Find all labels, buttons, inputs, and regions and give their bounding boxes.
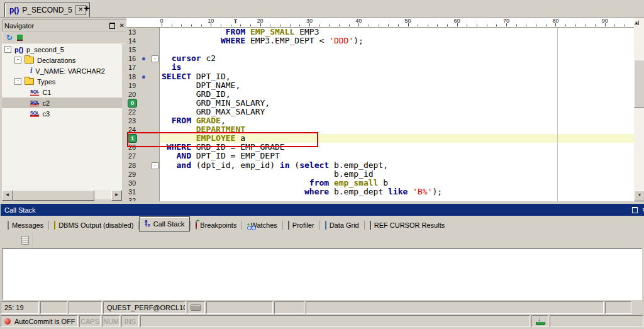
tree-item-c2[interactable]: SQLc2	[2, 98, 122, 108]
editor-gutter[interactable]: 13141516-1718192002223241262728-29303132	[126, 28, 160, 201]
tree-item-types[interactable]: -Types	[2, 76, 122, 87]
scroll-down-icon[interactable]: ▼	[634, 191, 644, 201]
status-cell	[550, 315, 643, 327]
code-text: b.emp_id	[162, 169, 374, 179]
watch-marker-icon[interactable]: 0	[128, 99, 137, 108]
navigator-horizontal-scrollbar[interactable]: ◀ ▶	[2, 190, 122, 199]
ruler-number: 30	[306, 18, 313, 24]
scroll-up-icon[interactable]: ▲	[634, 20, 639, 25]
scrollbar-thumb[interactable]	[13, 190, 94, 201]
navigator-title: Navigator	[4, 22, 109, 30]
gutter-row[interactable]: 13	[126, 28, 159, 36]
gutter-row[interactable]: 28-	[126, 161, 159, 170]
navigator-header: Navigator ✕	[2, 20, 127, 31]
code-line-13[interactable]: FROM EMP_SMALL EMP3	[160, 28, 634, 36]
folder-icon	[25, 57, 34, 64]
code-line-19[interactable]: DPT_NAME,	[160, 81, 634, 90]
tree-item-c3[interactable]: SQLc3	[2, 108, 122, 119]
code-line-29[interactable]: b.emp_id	[160, 170, 634, 179]
fold-collapse-icon[interactable]: -	[152, 162, 158, 169]
gutter-row[interactable]: 32	[126, 196, 159, 201]
close-icon[interactable]: ✕	[642, 207, 644, 213]
refresh-icon[interactable]: ↻	[6, 34, 13, 42]
code-line-23[interactable]: FROM GRADE,	[160, 116, 634, 125]
gutter-row[interactable]: 31	[126, 187, 159, 196]
gutter-row[interactable]: 14	[126, 36, 159, 45]
code-line-31[interactable]: where b.emp_dept like 'B%');	[160, 187, 634, 196]
pin-icon[interactable]	[109, 23, 115, 29]
gutter-row[interactable]: 15	[126, 45, 159, 54]
code-line-18[interactable]: SELECT DPT_ID,	[160, 72, 634, 81]
gutter-row[interactable]: 23	[126, 116, 159, 125]
tree-item-p-second-5[interactable]: -p()p_second_5	[2, 44, 122, 55]
line-number: 31	[128, 188, 136, 196]
gutter-row[interactable]: 18	[126, 72, 159, 81]
tab-call-stack[interactable]: 0toCall Stack	[139, 216, 190, 231]
callstack-panel: Call Stack ✕ MessagesDBMS Output (disabl…	[0, 201, 644, 301]
code-text	[329, 178, 334, 187]
gutter-row[interactable]: 19	[126, 81, 159, 90]
tab-ref-cursor-results[interactable]: REF CURSOR Results	[365, 219, 450, 231]
collapse-icon[interactable]: -	[14, 78, 21, 85]
ruler-tick	[526, 25, 526, 26]
line-number: 29	[128, 170, 136, 178]
tree-item-label: Types	[37, 78, 55, 86]
status-bar-bottom: AutoCommit is OFF CAPS NUM INS ↓	[1, 315, 643, 327]
scroll-right-icon[interactable]: ▶	[111, 190, 122, 201]
receive-cell[interactable]: ↓	[531, 315, 548, 327]
gutter-row[interactable]: 17	[126, 63, 159, 72]
callstack-content[interactable]	[2, 248, 642, 300]
code-line-20[interactable]: GRD_ID,	[160, 90, 634, 99]
collapse-icon[interactable]: -	[14, 57, 21, 64]
gutter-row[interactable]: 16-	[126, 54, 159, 63]
scrollbar-thumb[interactable]	[634, 60, 644, 108]
line-number: 19	[128, 82, 136, 89]
code-text	[162, 160, 176, 170]
tree-item-declarations[interactable]: -Declarations	[2, 55, 122, 65]
line-number: 13	[128, 28, 136, 36]
tab-p-second-5[interactable]: p() P_SECOND_5 ✕	[4, 2, 90, 17]
close-icon[interactable]: ✕	[119, 23, 125, 29]
ruler-tick	[536, 25, 536, 26]
gutter-row[interactable]: 27	[126, 152, 159, 160]
gutter-row[interactable]: 29	[126, 170, 159, 179]
tree-item-v-name-varchar2[interactable]: iV_NAME: VARCHAR2	[2, 65, 122, 76]
code-line-30[interactable]: from emp_small b	[160, 179, 634, 187]
code-line-16[interactable]: cursor c2	[160, 54, 634, 63]
caps-flag: CAPS	[79, 315, 101, 327]
editor-vertical-scrollbar[interactable]: ▲ ▼	[634, 18, 644, 201]
fold-collapse-icon[interactable]: -	[152, 55, 158, 62]
tab-profiler[interactable]: Profiler	[283, 219, 319, 231]
gutter-row[interactable]: 0	[126, 99, 159, 108]
code-line-32[interactable]	[160, 196, 634, 201]
ruler-tick	[565, 25, 566, 26]
tab-data-grid[interactable]: Data Grid	[320, 219, 364, 231]
code-editor[interactable]: 0102030405060708090T 13141516-1718192002…	[126, 18, 634, 201]
code-line-27[interactable]: AND DPT_ID = EMP_DEPT	[160, 152, 634, 160]
code-line-17[interactable]: is	[160, 63, 634, 72]
code-line-21[interactable]: GRD_MIN_SALARY,	[160, 99, 634, 108]
code-line-14[interactable]: WHERE EMP3.EMP_DEPT < 'DDD');	[160, 36, 634, 45]
collapse-icon[interactable]: -	[4, 46, 11, 53]
autocommit-off-icon	[4, 318, 11, 325]
code-line-22[interactable]: GRD_MAX_SALARY	[160, 108, 634, 116]
tree-item-c1[interactable]: SQLC1	[2, 87, 122, 98]
gutter-row[interactable]: 30	[126, 179, 159, 187]
tab-watches[interactable]: +Watches	[242, 219, 282, 231]
scroll-left-icon[interactable]: ◀	[2, 190, 13, 201]
gutter-row[interactable]: 20	[126, 90, 159, 99]
tab-breakpoints[interactable]: +Breakpoints	[191, 219, 242, 231]
ruler-number: 50	[404, 18, 411, 24]
stack-detail-button[interactable]	[18, 233, 33, 247]
sql-keyword: WHERE	[221, 36, 245, 45]
code-line-15[interactable]	[160, 45, 634, 54]
code-line-28[interactable]: and (dpt_id, emp_id) in (select b.emp_de…	[160, 161, 634, 170]
tab-messages[interactable]: Messages	[3, 219, 48, 231]
sql-keyword: AND	[176, 151, 191, 160]
new-tab-button[interactable]: +	[82, 3, 92, 14]
code-area[interactable]: FROM EMP_SMALL EMP3 WHERE EMP3.EMP_DEPT …	[160, 28, 634, 201]
tab-dbms-output-disabled-[interactable]: DBMS Output (disabled)	[49, 219, 138, 231]
gutter-row[interactable]: 22	[126, 108, 159, 116]
pin-icon[interactable]	[632, 207, 638, 213]
sync-icon[interactable]	[17, 35, 23, 41]
